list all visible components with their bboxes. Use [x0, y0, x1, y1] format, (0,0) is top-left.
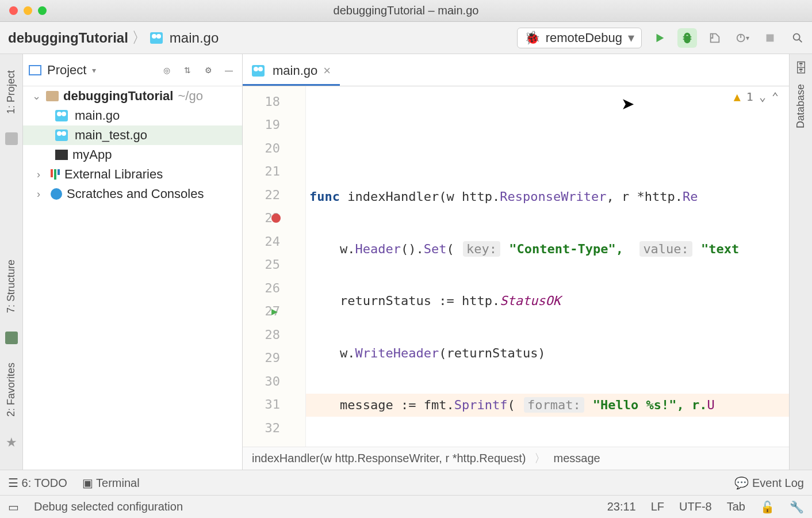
close-window-button[interactable]	[9, 6, 18, 15]
folder-icon	[46, 91, 59, 101]
svg-point-2	[794, 33, 800, 40]
favorites-tool-tab[interactable]: 2: Favorites	[4, 358, 18, 421]
project-sidebar-header: Project ▾ ◎ ⇅ ⚙ —	[23, 54, 242, 86]
chevron-down-icon: ▾	[628, 31, 634, 45]
event-log-button[interactable]: 💬 Event Log	[734, 476, 804, 490]
tree-file-label: main_test.go	[75, 128, 147, 143]
project-sidebar: Project ▾ ◎ ⇅ ⚙ — ⌄ debuggingTutorial ~/…	[23, 54, 243, 470]
editor-tab-label: main.go	[273, 63, 317, 78]
tree-root[interactable]: ⌄ debuggingTutorial ~/go	[23, 86, 242, 106]
inspections-widget[interactable]: ▲ 1 ⌄ ⌃	[734, 90, 779, 104]
tree-file-label: myApp	[72, 147, 112, 162]
tree-file-label: main.go	[75, 108, 120, 123]
tree-label: External Libraries	[64, 167, 163, 182]
editor-tab-active[interactable]: main.go ×	[243, 58, 340, 86]
line-number: 26	[265, 281, 281, 295]
project-view-icon	[29, 65, 41, 75]
project-sidebar-title[interactable]: Project	[47, 63, 86, 78]
minimize-window-button[interactable]	[24, 6, 32, 15]
tool-window-icon[interactable]	[5, 132, 18, 145]
chevron-right-icon[interactable]: ›	[37, 169, 46, 181]
tree-external-libs[interactable]: › External Libraries	[23, 165, 242, 184]
settings-gear-icon[interactable]: ⚙	[201, 63, 216, 78]
line-number: 21	[265, 164, 281, 178]
line-number: 20	[265, 141, 281, 155]
hide-button[interactable]: —	[221, 63, 236, 78]
chevron-down-icon[interactable]: ▾	[92, 66, 96, 75]
breadcrumb-var[interactable]: message	[554, 452, 600, 465]
status-bar: ▭ Debug selected configuration 23:11 LF …	[0, 495, 812, 518]
status-bar-icon[interactable]: ▭	[8, 500, 19, 514]
profiler-button[interactable]: ▾	[733, 28, 752, 48]
editor-body[interactable]: 18 19 20 21 22 23 24 25 26 ▶27 28 29 30 …	[243, 86, 789, 447]
line-number: 18	[265, 94, 281, 109]
stop-button[interactable]	[760, 28, 780, 48]
traffic-lights	[9, 6, 47, 15]
tree-file[interactable]: main.go	[23, 106, 242, 125]
settings-icon[interactable]: 🔧	[790, 500, 804, 514]
tree-scratches[interactable]: › Scratches and Consoles	[23, 184, 242, 204]
expand-all-button[interactable]: ⇅	[180, 63, 195, 78]
inspections-count: 1	[746, 90, 753, 104]
locate-file-button[interactable]: ◎	[159, 63, 174, 78]
tree-file[interactable]: myApp	[23, 145, 242, 165]
breadcrumb-func[interactable]: indexHandler(w http.ResponseWriter, r *h…	[252, 452, 526, 465]
run-configuration-selector[interactable]: 🐞 remoteDebug ▾	[517, 28, 642, 48]
structure-tool-tab[interactable]: 7: Structure	[4, 255, 18, 318]
breakpoint-icon[interactable]	[271, 214, 281, 223]
todo-tool-button[interactable]: ☰ 6: TODO	[8, 476, 67, 490]
window-titlebar: debuggingTutorial – main.go	[0, 0, 812, 22]
run-config-icon: 🐞	[524, 31, 540, 45]
indent-setting[interactable]: Tab	[727, 500, 745, 513]
line-number-gutter[interactable]: 18 19 20 21 22 23 24 25 26 ▶27 28 29 30 …	[243, 86, 306, 447]
line-number: 29	[265, 351, 281, 365]
run-button[interactable]	[650, 28, 669, 48]
bottom-tool-bar: ☰ 6: TODO ▣ Terminal 💬 Event Log	[0, 470, 812, 495]
zoom-window-button[interactable]	[38, 6, 47, 15]
lock-icon[interactable]: 🔓	[760, 500, 775, 514]
window-title: debuggingTutorial – main.go	[0, 4, 812, 17]
run-gutter-icon[interactable]: ▶	[271, 305, 278, 317]
breadcrumb-file[interactable]: main.go	[170, 30, 219, 46]
close-tab-icon[interactable]: ×	[323, 63, 331, 78]
editor-breadcrumb-bar: indexHandler(w http.ResponseWriter, r *h…	[243, 447, 789, 470]
scratch-icon	[51, 188, 62, 200]
chevron-up-icon[interactable]: ⌃	[772, 90, 779, 104]
go-file-icon	[55, 110, 68, 121]
search-everywhere-button[interactable]	[788, 28, 807, 48]
breadcrumb-project[interactable]: debuggingTutorial	[8, 30, 128, 46]
status-hint: Debug selected configuration	[34, 500, 183, 513]
breadcrumb-separator-icon: 〉	[534, 451, 546, 466]
database-icon[interactable]: 🗄	[795, 61, 807, 76]
structure-icon[interactable]	[5, 332, 18, 344]
code-content[interactable]: ▲ 1 ⌄ ⌃ func indexHandler(w http.Respons…	[306, 86, 789, 447]
line-number: 24	[265, 234, 281, 249]
svg-rect-1	[767, 34, 774, 41]
line-number: 22	[265, 188, 281, 202]
debug-button[interactable]	[677, 28, 697, 48]
caret-position[interactable]: 23:11	[607, 500, 636, 513]
run-config-name: remoteDebug	[546, 31, 622, 45]
file-encoding[interactable]: UTF-8	[679, 500, 712, 513]
go-file-icon	[55, 130, 68, 141]
chevron-down-icon[interactable]: ⌄	[759, 90, 766, 104]
terminal-tool-button[interactable]: ▣ Terminal	[82, 476, 140, 490]
navigation-breadcrumb: debuggingTutorial 〉 main.go	[8, 28, 219, 48]
database-tool-tab[interactable]: Database	[794, 79, 808, 133]
tree-label: Scratches and Consoles	[67, 186, 204, 201]
chevron-down-icon[interactable]: ⌄	[32, 90, 41, 102]
go-file-icon	[252, 65, 265, 77]
star-icon[interactable]: ★	[6, 435, 17, 450]
chevron-right-icon[interactable]: ›	[37, 188, 46, 200]
line-number: 30	[265, 374, 281, 389]
tree-root-path: ~/go	[178, 89, 202, 104]
binary-icon	[55, 150, 68, 160]
line-number: 32	[265, 421, 281, 435]
line-separator[interactable]: LF	[651, 500, 664, 513]
project-tool-tab[interactable]: 1: Project	[4, 66, 18, 119]
warning-icon: ▲	[734, 90, 741, 104]
coverage-button[interactable]	[705, 28, 725, 48]
go-file-icon	[150, 32, 163, 44]
tree-file-selected[interactable]: main_test.go	[23, 125, 242, 145]
line-number: 19	[265, 117, 281, 132]
